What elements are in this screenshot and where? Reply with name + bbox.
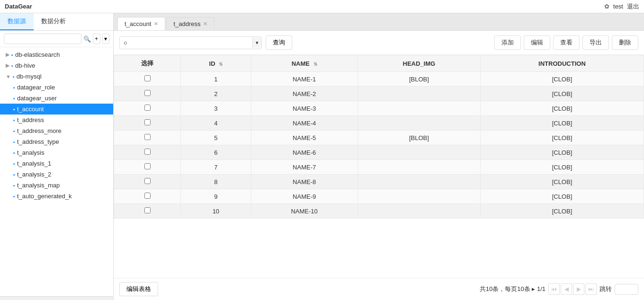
first-page-button[interactable]: ⏮ [548, 283, 560, 295]
sidebar-item-datagear_role[interactable]: ▪datagear_role [0, 82, 113, 93]
tree-item-label: db-mysql [17, 73, 42, 80]
cell-select[interactable] [114, 160, 181, 175]
row-checkbox[interactable] [144, 149, 151, 155]
query-input[interactable] [120, 37, 252, 49]
sidebar-item-t_account[interactable]: ▪t_account [0, 104, 113, 115]
cell-name: NAME-1 [251, 72, 358, 87]
cell-select[interactable] [114, 72, 181, 87]
query-dropdown[interactable]: ▾ [252, 37, 261, 48]
cell-head-img [358, 116, 480, 131]
cell-head-img: [BLOB] [358, 131, 480, 145]
sidebar-item-t_auto_generated_k[interactable]: ▪t_auto_generated_k [0, 191, 113, 202]
jump-input[interactable] [615, 284, 638, 295]
sidebar-item-t_analysis_2[interactable]: ▪t_analysis_2 [0, 169, 113, 180]
cell-select[interactable] [114, 175, 181, 189]
col-head-img: HEAD_IMG [358, 55, 480, 72]
prev-page-button[interactable]: ◀ [561, 283, 572, 295]
export-button[interactable]: 导出 [582, 35, 609, 50]
table-row: 6 NAME-6 [CLOB] [114, 145, 644, 160]
search-icon: 🔍 [83, 35, 91, 43]
table-row: 10 NAME-10 [CLOB] [114, 204, 644, 219]
logout-button[interactable]: 退出 [627, 2, 639, 11]
cell-head-img [358, 145, 480, 160]
table-icon: ▪ [11, 63, 13, 69]
row-checkbox[interactable] [144, 134, 151, 140]
cell-id: 5 [181, 131, 251, 145]
cell-select[interactable] [114, 145, 181, 160]
edit-table-button[interactable]: 编辑表格 [119, 282, 158, 296]
tab-close-icon[interactable]: ✕ [203, 21, 207, 26]
table-row: 1 NAME-1 [BLOB] [CLOB] [114, 72, 644, 87]
sidebar-item-db-hive[interactable]: ▶▪db-hive [0, 60, 113, 71]
next-page-button[interactable]: ▶ [573, 283, 584, 295]
expand-icon: ▼ [6, 74, 11, 79]
sidebar-tree: ▶▪db-elasticsearch▶▪db-hive▼▪db-mysql▪da… [0, 47, 113, 296]
cell-introduction: [CLOB] [480, 116, 644, 131]
cell-introduction: [CLOB] [480, 131, 644, 145]
sidebar-item-t_address_more[interactable]: ▪t_address_more [0, 125, 113, 136]
cell-name: NAME-3 [251, 101, 358, 116]
cell-select[interactable] [114, 101, 181, 116]
table-icon: ▪ [13, 183, 15, 188]
sidebar-item-t_analysis_map[interactable]: ▪t_analysis_map [0, 180, 113, 191]
table-icon: ▪ [13, 172, 15, 177]
tree-item-label: t_address [17, 116, 44, 124]
tree-item-label: db-elasticsearch [15, 51, 60, 58]
expand-button[interactable]: ▾ [102, 34, 110, 44]
row-checkbox[interactable] [144, 207, 151, 213]
row-checkbox[interactable] [144, 90, 151, 96]
sidebar-search-input[interactable] [4, 34, 81, 44]
sidebar-item-t_address[interactable]: ▪t_address [0, 115, 113, 125]
tab-close-icon[interactable]: ✕ [154, 21, 158, 26]
cell-select[interactable] [114, 87, 181, 101]
content-area: t_account✕t_address✕ ▾ 查询 添加 编辑 查看 导出 删除 [114, 13, 644, 300]
row-checkbox[interactable] [144, 105, 151, 111]
sidebar-item-db-elasticsearch[interactable]: ▶▪db-elasticsearch [0, 49, 113, 60]
delete-button[interactable]: 删除 [612, 35, 638, 50]
table-row: 5 NAME-5 [BLOB] [CLOB] [114, 131, 644, 145]
col-id[interactable]: ID ⇅ [181, 55, 251, 72]
row-checkbox[interactable] [144, 75, 151, 81]
sidebar-item-db-mysql[interactable]: ▼▪db-mysql [0, 71, 113, 82]
sidebar-item-t_analysis_1[interactable]: ▪t_analysis_1 [0, 158, 113, 169]
tab-t_address[interactable]: t_address✕ [166, 17, 215, 30]
cell-name: NAME-5 [251, 131, 358, 145]
row-checkbox[interactable] [144, 193, 151, 199]
horizontal-scrollbar[interactable] [0, 296, 113, 300]
gear-icon: ✿ [604, 3, 609, 10]
cell-select[interactable] [114, 204, 181, 219]
row-checkbox[interactable] [144, 163, 151, 169]
add-button[interactable]: 添加 [494, 35, 521, 50]
col-name[interactable]: NAME ⇅ [251, 55, 358, 72]
cell-id: 10 [181, 204, 251, 219]
cell-id: 2 [181, 87, 251, 101]
cell-head-img [358, 87, 480, 101]
cell-select[interactable] [114, 116, 181, 131]
view-button[interactable]: 查看 [553, 35, 580, 50]
sidebar-item-t_analysis[interactable]: ▪t_analysis [0, 147, 113, 158]
row-checkbox[interactable] [144, 119, 151, 125]
table-icon: ▪ [13, 150, 15, 156]
tab-t_account[interactable]: t_account✕ [117, 17, 165, 30]
table-row: 2 NAME-2 [CLOB] [114, 87, 644, 101]
pagination: 共10条，每页10条 ▸ 1/1 ⏮ ◀ ▶ ⏭ 跳转 [480, 283, 638, 295]
add-item-button[interactable]: + [93, 34, 100, 44]
edit-button[interactable]: 编辑 [524, 35, 550, 50]
tab-label: t_account [125, 20, 151, 27]
row-checkbox[interactable] [144, 178, 151, 184]
table-icon: ▪ [13, 85, 15, 90]
query-button[interactable]: 查询 [266, 35, 292, 50]
tab-dataanalysis[interactable]: 数据分析 [34, 13, 73, 30]
last-page-button[interactable]: ⏭ [585, 283, 597, 295]
table-footer: 编辑表格 共10条，每页10条 ▸ 1/1 ⏮ ◀ ▶ ⏭ 跳转 [114, 278, 644, 300]
sidebar-item-datagear_user[interactable]: ▪datagear_user [0, 93, 113, 104]
sidebar: 数据源 数据分析 🔍 + ▾ ▶▪db-elasticsearch▶▪db-hi… [0, 13, 114, 300]
table-icon: ▪ [11, 52, 13, 58]
cell-select[interactable] [114, 131, 181, 145]
cell-head-img [358, 101, 480, 116]
cell-select[interactable] [114, 189, 181, 204]
sidebar-item-t_address_type[interactable]: ▪t_address_type [0, 136, 113, 147]
sidebar-tabs: 数据源 数据分析 [0, 13, 113, 31]
table-header-row: 选择 ID ⇅ NAME ⇅ HEAD_IMG INTRODUCTION [114, 55, 644, 72]
tab-datasource[interactable]: 数据源 [0, 13, 34, 30]
